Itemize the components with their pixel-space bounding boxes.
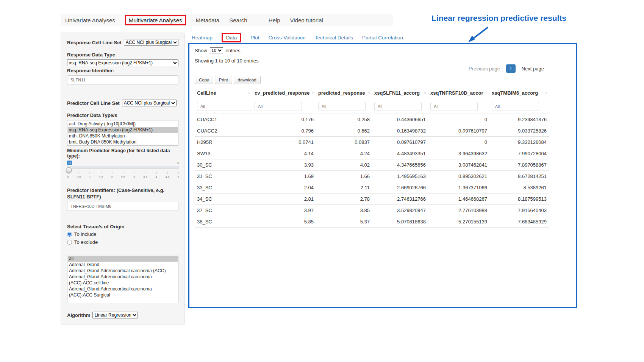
predictor-cell-line-set-select[interactable]: ACC NCI plus Surgical (122, 100, 177, 106)
column-filter-input[interactable] (255, 102, 302, 111)
tissue-option[interactable]: Adrenal_Gland:Adrenocortical carcinoma (… (68, 268, 178, 274)
value-cell: 8.187599513 (489, 193, 549, 205)
tab-plot[interactable]: Plot (250, 35, 259, 41)
nav-metadata[interactable]: Metadata (196, 17, 220, 23)
value-cell: 2.669026766 (372, 182, 428, 193)
sort-icon[interactable]: ↑↓ (311, 91, 314, 95)
tab-cross-validation[interactable]: Cross-Validation (269, 35, 306, 41)
column-filter-input[interactable] (318, 102, 366, 111)
tissue-option[interactable]: Adrenal_Gland:Adrenocortical carcinoma (… (68, 274, 178, 286)
min-predictor-range-label: Minimum Predictor Range (for first liste… (67, 148, 178, 159)
column-label: predicted_response (318, 90, 365, 96)
tab-technical-details[interactable]: Technical Details (315, 35, 353, 41)
tab-heatmap[interactable]: Heatmap (192, 35, 213, 41)
filter-cell (195, 99, 252, 114)
slider-tick-label: 4.5 (165, 175, 169, 179)
table-row: 37_SC3.973.853.5298209472.7761039887.915… (195, 205, 549, 216)
predictor-cell-line-set-label: Predictor Cell Line Set (67, 100, 120, 106)
column-header-xsqslfn11_accorg[interactable]: xsqSLFN11_accorg↑↓ (372, 87, 428, 99)
value-cell: 0.163498732 (372, 125, 428, 137)
slider-tick (134, 172, 134, 174)
table-row: CUACC20.7960.6620.1634987320.0976107979.… (195, 125, 549, 137)
sort-icon[interactable]: ↑↓ (248, 91, 250, 95)
value-cell: 8.672814251 (489, 171, 549, 182)
table-filter-row (195, 99, 549, 114)
column-header-xsqtmbim6_accorg[interactable]: xsqTMBIM6_accorg↑↓ (489, 87, 549, 99)
filter-cell (252, 99, 316, 114)
nav-video-tutorial[interactable]: Video tutorial (290, 17, 323, 23)
sort-icon[interactable]: ↑↓ (424, 91, 426, 95)
value-cell: 1.66 (316, 171, 372, 182)
filter-cell (428, 99, 489, 114)
tissue-listbox[interactable]: allAdrenal_GlandAdrenal_Gland:Adrenocort… (67, 255, 178, 303)
tissue-option[interactable]: Adrenal_Gland (68, 262, 178, 268)
response-identifier-input[interactable] (67, 75, 178, 84)
datatype-option[interactable]: act: Drug Activity (-log10[IC50M]) (68, 121, 178, 127)
previous-page-button[interactable]: Previous page (469, 66, 500, 72)
sort-icon[interactable]: ↑↓ (485, 91, 487, 95)
value-cell: 5.85 (252, 216, 316, 228)
value-cell: 3.087462841 (428, 159, 489, 171)
nav-search[interactable]: Search (229, 17, 247, 23)
tissue-include-option[interactable]: To include (67, 231, 178, 237)
value-cell: 1.495695163 (372, 171, 428, 182)
column-filter-input[interactable] (430, 102, 478, 111)
column-label: CellLine (197, 90, 216, 96)
response-data-type-select[interactable]: xsq: RNA-seq Expression (log2 FPKM+1) (67, 59, 178, 66)
tissue-include-radio[interactable] (67, 232, 72, 237)
column-filter-input[interactable] (492, 102, 539, 111)
tissue-option[interactable]: Adrenal_Gland:Adrenocortical carcinoma (… (68, 286, 178, 298)
slider-tick (167, 172, 167, 174)
show-entries-select[interactable]: 10 (210, 47, 223, 53)
tab-data[interactable]: Data (226, 35, 237, 41)
value-cell: 3.964398632 (428, 148, 489, 159)
nav-univariate-analyses[interactable]: Univariate Analyses (65, 17, 115, 23)
predictor-identifiers-input[interactable] (67, 202, 178, 211)
tissue-option[interactable]: all (68, 256, 178, 262)
copy-button[interactable]: Copy (195, 76, 213, 84)
datatype-option[interactable]: mth: DNA 850K Methylation (68, 133, 178, 139)
column-label: cv_predicted_response (255, 90, 309, 96)
column-header-xsqtnfrsf10d_accorg[interactable]: xsqTNFRSF10D_accorg↑↓ (428, 87, 489, 99)
column-header-predicted_response[interactable]: predicted_response↑↓ (316, 87, 372, 99)
pagination: Previous page 1 Next page (195, 64, 544, 73)
value-cell: 3.529820947 (372, 205, 428, 216)
nav-help[interactable]: Help (269, 17, 280, 23)
slider-tick-label: 3.5 (143, 175, 147, 179)
algorithm-select[interactable]: Linear Regression (92, 312, 138, 318)
table-row: 38_SC5.855.375.0708186385.2701551397.683… (195, 216, 549, 228)
value-cell: 0.0741 (252, 137, 316, 148)
column-filter-input[interactable] (197, 102, 252, 111)
slider-tick (178, 172, 179, 174)
tissue-exclude-option[interactable]: To exclude (67, 239, 178, 245)
column-filter-input[interactable] (374, 102, 422, 111)
tab-partial-correlation[interactable]: Partial Correlation (362, 35, 403, 41)
tissue-exclude-radio[interactable] (67, 240, 72, 245)
predictor-datatype-listbox[interactable]: act: Drug Activity (-log10[IC50M])xsq: R… (67, 120, 178, 146)
download-button[interactable]: download (234, 76, 261, 84)
column-header-cv_predicted_response[interactable]: cv_predicted_response↑↓ (252, 87, 316, 99)
value-cell: 1.367371066 (428, 182, 489, 193)
print-button[interactable]: Print (215, 76, 232, 84)
value-cell: 5.270155139 (428, 216, 489, 228)
sort-icon[interactable]: ↑↓ (367, 91, 370, 95)
tissue-include-label: To include (74, 231, 97, 237)
value-cell: 9.033725826 (489, 125, 549, 137)
min-predictor-range-slider[interactable]: 0 5 00.511.522.533.544.55 (67, 161, 179, 182)
table-row: 34_SC2.812.782.7463127661.4646682678.187… (195, 193, 549, 205)
next-page-button[interactable]: Next page (522, 66, 544, 72)
column-label: xsqTNFRSF10D_accorg (430, 90, 483, 96)
cellline-cell: CUACC1 (195, 114, 252, 125)
nav-multivariate-analyses[interactable]: Multivariate Analyses (129, 17, 182, 23)
cellline-cell: 33_SC (195, 182, 252, 193)
sort-icon[interactable]: ↑↓ (544, 91, 547, 95)
slider-value-chip: 0 (67, 161, 72, 165)
datatype-option[interactable]: bmt: Body DNA 850K Methylation (68, 139, 178, 145)
slider-tick-label: 2.5 (121, 175, 125, 179)
current-page-button[interactable]: 1 (506, 64, 516, 73)
table-header-row: CellLine↑↓cv_predicted_response↑↓predict… (195, 87, 549, 99)
datatype-option[interactable]: xsq: RNA-seq Expression (log2 FPKM+1) (68, 127, 178, 133)
slider-track[interactable] (67, 166, 179, 169)
column-header-cellline[interactable]: CellLine↑↓ (195, 87, 252, 99)
response-cell-line-set-select[interactable]: ACC NCI plus Surgical (124, 39, 178, 46)
